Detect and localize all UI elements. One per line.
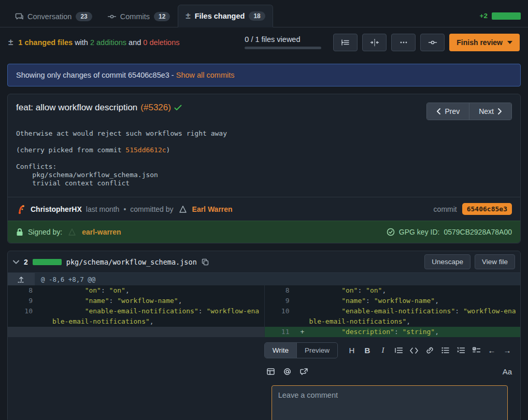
table-button[interactable] (264, 365, 278, 378)
reference-button[interactable] (297, 365, 311, 378)
file-diff-stat-bar (33, 259, 62, 265)
bullet-list-button[interactable] (438, 344, 452, 357)
collapse-file-icon[interactable] (13, 260, 19, 264)
next-commit-button[interactable]: Next (469, 103, 511, 120)
pr-tab-bar: Conversation 23 Commits 12 ± Files chang… (0, 0, 528, 27)
tab-commits[interactable]: Commits 12 (100, 6, 178, 27)
code-line: "on": "on", (52, 285, 264, 296)
comment-input-wrap (272, 385, 508, 420)
line-number[interactable]: 8 (8, 285, 39, 296)
show-all-commits-link[interactable]: Show all commits (176, 71, 235, 79)
diff-summary-row: ± 1 changed files with 2 additions and 0… (0, 27, 528, 57)
cherry-pick-commit-link[interactable]: 515dd6612c (125, 146, 166, 154)
code-line: "enable-email-notifications": "workflow-… (52, 306, 264, 327)
pr-diff-stat: +2 (480, 12, 521, 27)
line-number[interactable]: 10 (8, 306, 39, 316)
tab-label: Commits (120, 12, 150, 21)
font-size-button[interactable]: Aa (501, 365, 514, 378)
author-avatar[interactable] (16, 204, 26, 214)
bold-button[interactable]: B (361, 344, 374, 357)
tab-conversation[interactable]: Conversation 23 (7, 6, 100, 27)
commit-sha-badge[interactable]: 65406c85e3 (462, 203, 512, 215)
redo-button[interactable]: → (501, 344, 514, 357)
line-number[interactable]: 9 (8, 296, 39, 306)
commit-author-row: ChristopherHX last month • committed by … (8, 197, 520, 221)
files-viewed-label: 0 / 1 files viewed (245, 35, 300, 44)
diff-line-row: 10 "enable-email-notifications": "workfl… (8, 306, 520, 327)
code-button[interactable] (407, 344, 421, 357)
line-number[interactable]: 10 (265, 306, 296, 316)
commit-pager: Prev Next (426, 103, 512, 120)
gpg-key-id: 0579CB2928A78A00 (444, 228, 512, 236)
deletions-text: 0 deletions (143, 38, 179, 47)
code-line: "description": "string", (309, 327, 521, 337)
commit-message-panel: feat: allow workflow description (#5326)… (7, 94, 521, 243)
gpg-key-label: GPG key ID: (399, 228, 440, 236)
inline-comment-row: Write Preview H B I (8, 337, 520, 420)
code-line: "on": "on", (309, 285, 521, 296)
diff-line-row: 9 "name": "workflow-name",9 "name": "wor… (8, 296, 520, 306)
diff-line-row: 11+ "description": "string", (8, 327, 520, 337)
banner-text: Showing only changes of commit 65406c85e… (16, 71, 176, 79)
undo-button[interactable]: ← (485, 344, 498, 357)
file-diff-header: 2 pkg/schema/workflow_schema.json Unesca… (8, 251, 520, 272)
diff-right-context: 8 "on": "on", (264, 285, 521, 296)
mention-button[interactable] (281, 365, 294, 378)
commit-icon (108, 12, 116, 21)
conversation-icon (15, 12, 23, 21)
line-number[interactable]: 9 (265, 296, 296, 306)
additions-count: +2 (480, 12, 488, 20)
signer-name-link[interactable]: earl-warren (82, 228, 121, 236)
diff-left-context: 9 "name": "workflow-name", (8, 296, 264, 306)
numbered-list-button[interactable] (454, 344, 467, 357)
diff-view-mode-button[interactable] (362, 34, 387, 51)
file-additions-count: 2 (24, 258, 28, 266)
signer-avatar[interactable] (67, 227, 77, 237)
commit-time: last month (86, 205, 120, 213)
additions-text: 2 additions (90, 38, 126, 47)
hunk-header-row: @ -8,6 +8,7 @@ (8, 272, 520, 285)
preview-tab[interactable]: Preview (297, 343, 337, 358)
chevron-right-icon (498, 108, 502, 114)
unescape-button[interactable]: Unescape (424, 254, 470, 269)
diff-icon: ± (8, 37, 13, 48)
editor-mode-tabs: Write Preview (264, 342, 338, 358)
commit-title: feat: allow workflow description (#5326) (16, 103, 182, 113)
expand-hunk-button[interactable] (8, 273, 35, 285)
tab-files-changed[interactable]: ± Files changed 18 (178, 5, 273, 27)
diff-right-add: 11+ "description": "string", (264, 327, 521, 337)
verified-icon (387, 228, 395, 236)
diff-options-button[interactable] (391, 34, 416, 51)
diff-left-context: 8 "on": "on", (8, 285, 264, 296)
finish-review-button[interactable]: Finish review (449, 34, 520, 51)
line-number[interactable]: 8 (265, 285, 296, 296)
files-viewed-progress: 0 / 1 files viewed (245, 35, 321, 49)
heading-button[interactable]: H (345, 344, 359, 357)
tab-count-badge: 12 (154, 12, 170, 21)
line-sign: + (296, 327, 309, 337)
diff-right-context: 9 "name": "workflow-name", (264, 296, 521, 306)
prev-commit-button[interactable]: Prev (427, 103, 469, 120)
tab-label: Files changed (195, 12, 245, 20)
lock-icon (16, 228, 23, 236)
tab-count-badge: 18 (249, 11, 265, 21)
code-line: "name": "workflow-name", (309, 296, 521, 306)
task-list-button[interactable] (469, 344, 483, 357)
issue-ref-link[interactable]: (#5326) (140, 103, 171, 113)
committer-avatar[interactable] (178, 204, 188, 214)
write-tab[interactable]: Write (265, 343, 297, 358)
committer-name-link[interactable]: Earl Warren (192, 205, 233, 213)
file-tree-toggle-button[interactable] (333, 34, 358, 51)
view-file-button[interactable]: View file (475, 254, 515, 269)
check-icon (174, 105, 182, 111)
diff-left-empty (8, 327, 264, 337)
quote-button[interactable] (392, 344, 405, 357)
author-name-link[interactable]: ChristopherHX (31, 205, 82, 213)
copy-path-icon[interactable] (202, 258, 209, 266)
line-number[interactable]: 11 (265, 327, 296, 337)
changed-files-link[interactable]: 1 changed files (18, 38, 73, 47)
italic-button[interactable]: I (376, 344, 390, 357)
commit-select-button[interactable] (420, 34, 445, 51)
comment-input[interactable] (278, 391, 501, 420)
link-button[interactable] (423, 344, 436, 357)
